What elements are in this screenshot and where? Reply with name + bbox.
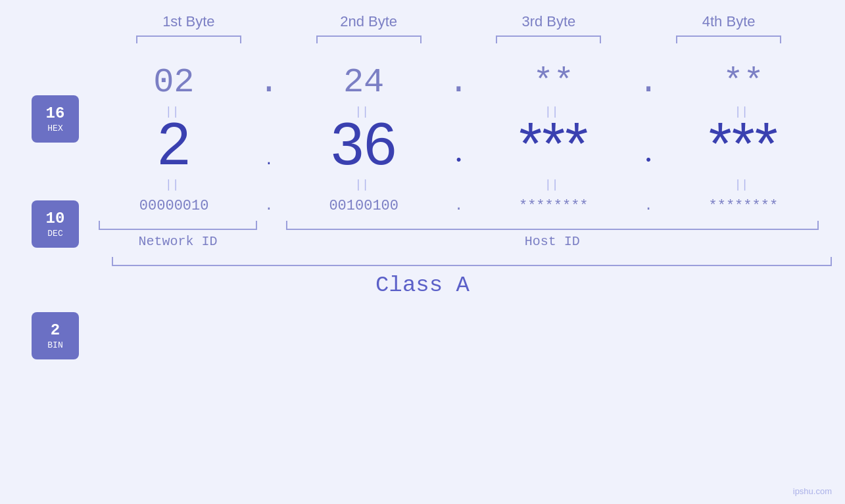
byte-headers: 1st Byte 2nd Byte 3rd Byte 4th Byte: [0, 0, 845, 30]
bracket-byte2: [303, 35, 435, 43]
hex-row: 02 . 24 . ** . **: [99, 63, 819, 102]
bracket-byte4: [663, 35, 794, 43]
bin-row: 00000010 . 00100100 . ******** . *******…: [0, 198, 845, 214]
conn5: ||: [109, 177, 240, 191]
hex-b3: **: [488, 63, 619, 102]
badge-bin: 2 BIN: [32, 312, 79, 359]
badge-bin-number: 2: [51, 321, 60, 339]
top-brackets: [0, 35, 845, 43]
header-byte2: 2nd Byte: [303, 13, 435, 30]
hex-sep1: .: [258, 63, 279, 102]
badge-dec: 10 DEC: [32, 200, 79, 248]
dec-row: 2 . 36 • *** • ***: [0, 114, 845, 173]
dec-b4: ***: [677, 114, 809, 173]
bin-b2: 00100100: [298, 198, 429, 214]
badge-dec-label: DEC: [47, 229, 62, 239]
header-byte3: 3rd Byte: [483, 13, 614, 30]
outer-bracket: [112, 257, 832, 266]
bin-sep2: .: [448, 198, 468, 214]
hex-b2: 24: [298, 63, 429, 102]
hex-b1: 02: [108, 63, 239, 102]
bin-b3: ********: [488, 198, 619, 214]
dec-b2: 36: [298, 114, 429, 173]
bracket-byte3: [483, 35, 614, 43]
badge-dec-number: 10: [46, 210, 65, 227]
network-bracket: [99, 221, 257, 230]
badge-hex: 16 HEX: [32, 95, 79, 143]
main-container: 1st Byte 2nd Byte 3rd Byte 4th Byte 16 H…: [0, 0, 845, 504]
bottom-brackets: [0, 221, 845, 230]
conn8: ||: [677, 177, 809, 191]
network-id-label: Network ID: [99, 234, 257, 249]
badge-bin-label: BIN: [47, 340, 62, 350]
bracket-byte1: [123, 35, 254, 43]
bin-b4: ********: [677, 198, 809, 214]
dec-b3: ***: [488, 114, 619, 173]
hex-sep3: .: [639, 63, 659, 102]
conn6: ||: [298, 177, 429, 191]
connector-dec-bin: || || || ||: [0, 177, 845, 191]
dec-sep3: •: [639, 152, 658, 169]
dec-b1: 2: [109, 114, 240, 173]
hex-b4: **: [678, 63, 809, 102]
watermark: ipshu.com: [793, 486, 832, 496]
hex-sep2: .: [448, 63, 469, 102]
badge-hex-number: 16: [46, 104, 65, 122]
dec-sep1: .: [259, 152, 279, 169]
conn7: ||: [488, 177, 619, 191]
bin-sep3: .: [639, 198, 658, 214]
header-byte4: 4th Byte: [663, 13, 794, 30]
header-byte1: 1st Byte: [123, 13, 254, 30]
bin-b1: 00000010: [109, 198, 240, 214]
dec-sep2: •: [448, 152, 468, 169]
host-id-label: Host ID: [286, 234, 819, 249]
id-labels: Network ID Host ID: [0, 234, 845, 249]
host-bracket: [286, 221, 819, 230]
class-label: Class A: [375, 273, 470, 298]
rows-area: 02 . 24 . ** . ** || || || ||: [0, 50, 845, 121]
bin-sep1: .: [259, 198, 279, 214]
badge-hex-label: HEX: [47, 124, 62, 133]
